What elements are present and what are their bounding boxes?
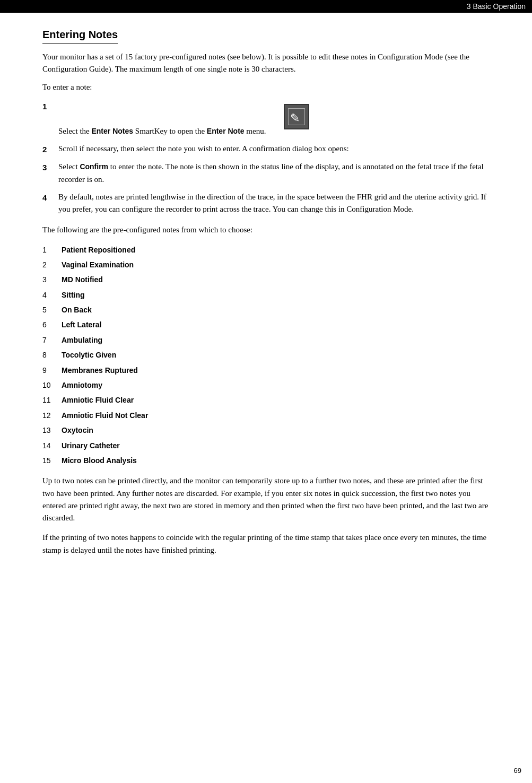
- note-text: Left Lateral: [62, 319, 101, 330]
- note-number: 7: [42, 334, 62, 346]
- list-item: 14Urinary Catheter: [42, 440, 490, 451]
- footer-para2: If the printing of two notes happens to …: [42, 532, 490, 556]
- list-item: 7Ambulating: [42, 334, 490, 346]
- note-number: 3: [42, 274, 62, 285]
- note-text: MD Notified: [62, 274, 103, 285]
- intro-paragraph: Your monitor has a set of 15 factory pre…: [42, 51, 490, 76]
- note-text: Amniotomy: [62, 379, 102, 391]
- step-4-num: 4: [42, 191, 58, 204]
- step-3-num: 3: [42, 161, 58, 173]
- page-content: Entering Notes Your monitor has a set of…: [0, 13, 532, 596]
- pre-config-intro: The following are the pre-configured not…: [42, 224, 490, 236]
- note-text: Sitting: [62, 289, 85, 301]
- note-number: 15: [42, 455, 62, 466]
- list-item: 6Left Lateral: [42, 319, 490, 330]
- note-text: Patient Repositioned: [62, 244, 135, 256]
- list-item: 12Amniotic Fluid Not Clear: [42, 410, 490, 421]
- enter-note-menu: Enter Note: [207, 127, 245, 135]
- note-number: 8: [42, 349, 62, 361]
- confirm-key: Confirm: [80, 162, 108, 171]
- list-item: 15Micro Blood Analysis: [42, 455, 490, 466]
- step-2: 2 Scroll if necessary, then select the n…: [42, 143, 490, 155]
- note-number: 6: [42, 319, 62, 330]
- note-number: 2: [42, 259, 62, 271]
- footer-para1: Up to two notes can be printed directly,…: [42, 475, 490, 524]
- chapter-header: 3 Basic Operation: [0, 0, 532, 13]
- note-number: 9: [42, 364, 62, 376]
- section-title: Entering Notes: [42, 29, 118, 44]
- note-text: Ambulating: [62, 334, 102, 346]
- note-number: 10: [42, 379, 62, 391]
- step-4: 4 By default, notes are printed lengthwi…: [42, 191, 490, 216]
- steps-list: 1 Select the Enter Notes SmartKey to ope…: [42, 100, 490, 216]
- note-number: 11: [42, 394, 62, 406]
- note-number: 13: [42, 424, 62, 436]
- note-text: Amniotic Fluid Not Clear: [62, 410, 148, 421]
- note-text: On Back: [62, 304, 92, 316]
- note-number: 5: [42, 304, 62, 316]
- chapter-title: 3 Basic Operation: [467, 2, 526, 11]
- step-2-content: Scroll if necessary, then select the not…: [58, 143, 490, 155]
- note-text: Vaginal Examination: [62, 259, 134, 271]
- step-1-content: Select the Enter Notes SmartKey to open …: [58, 100, 490, 137]
- smartkey-icon: [284, 104, 309, 129]
- note-number: 1: [42, 244, 62, 256]
- note-text: Urinary Catheter: [62, 440, 120, 451]
- list-item: 10Amniotomy: [42, 379, 490, 391]
- list-item: 5On Back: [42, 304, 490, 316]
- list-item: 9Membranes Ruptured: [42, 364, 490, 376]
- list-item: 8Tocolytic Given: [42, 349, 490, 361]
- note-number: 14: [42, 440, 62, 451]
- list-item: 1Patient Repositioned: [42, 244, 490, 256]
- note-text: Micro Blood Analysis: [62, 455, 137, 466]
- note-text: Oxytocin: [62, 424, 93, 436]
- step-3-content: Select Confirm to enter the note. The no…: [58, 161, 490, 186]
- note-number: 4: [42, 289, 62, 301]
- to-enter-label: To enter a note:: [42, 81, 490, 93]
- enter-notes-key: Enter Notes: [91, 127, 133, 135]
- step-1: 1 Select the Enter Notes SmartKey to ope…: [42, 100, 490, 137]
- page-number: 69: [514, 767, 521, 775]
- step-4-content: By default, notes are printed lengthwise…: [58, 191, 490, 216]
- notes-list: 1Patient Repositioned2Vaginal Examinatio…: [42, 244, 490, 467]
- list-item: 2Vaginal Examination: [42, 259, 490, 271]
- note-text: Tocolytic Given: [62, 349, 116, 361]
- step-1-num: 1: [42, 100, 58, 112]
- step-2-num: 2: [42, 143, 58, 155]
- list-item: 13Oxytocin: [42, 424, 490, 436]
- step-3: 3 Select Confirm to enter the note. The …: [42, 161, 490, 186]
- note-text: Amniotic Fluid Clear: [62, 394, 134, 406]
- list-item: 11Amniotic Fluid Clear: [42, 394, 490, 406]
- list-item: 4Sitting: [42, 289, 490, 301]
- note-number: 12: [42, 410, 62, 421]
- list-item: 3MD Notified: [42, 274, 490, 285]
- note-text: Membranes Ruptured: [62, 364, 138, 376]
